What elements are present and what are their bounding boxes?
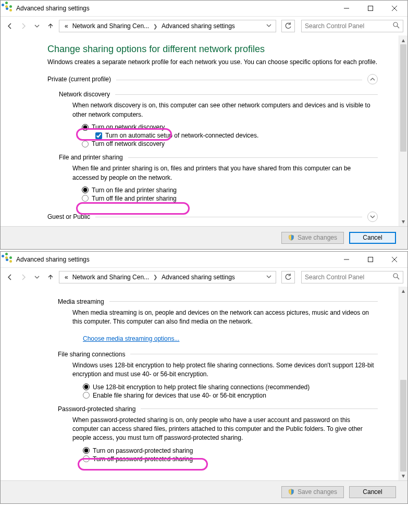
radio-label: Turn off network discovery <box>92 140 165 147</box>
scroll-thumb[interactable] <box>400 380 406 472</box>
save-button[interactable]: Save changes <box>281 232 344 244</box>
profile-guest-row[interactable]: Guest or Public <box>47 212 378 222</box>
radio-input[interactable] <box>82 195 89 202</box>
profile-private-row[interactable]: Private (current profile) <box>47 74 378 84</box>
window-2: Advanced sharing settings <box>0 251 408 504</box>
forward-button[interactable] <box>18 21 29 31</box>
page-subtitle: Windows creates a separate network profi… <box>47 58 378 67</box>
radio-pps-off[interactable]: Turn off password-protected sharing <box>83 455 378 463</box>
radio-label: Enable file sharing for devices that use… <box>93 392 266 399</box>
network-discovery-desc: When network discovery is on, this compu… <box>72 101 378 119</box>
checkbox-input[interactable] <box>95 132 102 139</box>
save-label: Save changes <box>298 234 337 241</box>
address-dropdown-icon[interactable] <box>264 274 274 281</box>
scroll-up-icon[interactable]: ▴ <box>399 287 407 295</box>
refresh-button[interactable] <box>281 20 295 32</box>
maximize-button[interactable] <box>358 1 382 16</box>
search-icon <box>393 273 400 281</box>
section-file-printer-sharing: File and printer sharing <box>59 154 378 161</box>
search-input[interactable]: Search Control Panel <box>301 20 403 32</box>
cancel-button[interactable]: Cancel <box>349 232 396 244</box>
radio-label: Turn off file and printer sharing <box>92 195 177 202</box>
up-button[interactable] <box>45 21 56 31</box>
radio-input[interactable] <box>83 392 90 399</box>
address-bar[interactable]: « Network and Sharing Cen... ❯ Advanced … <box>59 271 276 283</box>
cancel-label: Cancel <box>363 488 382 496</box>
scroll-track[interactable] <box>399 44 407 217</box>
radio-fps-on[interactable]: Turn on file and printer sharing <box>82 187 378 194</box>
svg-line-11 <box>397 277 399 279</box>
save-button[interactable]: Save changes <box>281 486 344 498</box>
section-network-discovery: Network discovery <box>59 91 378 98</box>
checkbox-label: Turn on automatic setup of network-conne… <box>105 132 258 139</box>
radio-netdisc-on[interactable]: Turn on network discovery <box>82 123 378 131</box>
section-label: Password-protected sharing <box>58 405 135 413</box>
section-label: Media streaming <box>58 298 104 305</box>
close-button[interactable] <box>382 252 406 267</box>
vertical-scrollbar[interactable]: ▴ ▾ <box>399 287 407 480</box>
footer-bar: Save changes Cancel <box>1 226 407 249</box>
scroll-thumb[interactable] <box>400 44 406 152</box>
minimize-button[interactable] <box>335 252 358 267</box>
section-label: File and printer sharing <box>59 154 123 161</box>
radio-input[interactable] <box>83 447 90 454</box>
crumb-current[interactable]: Advanced sharing settings <box>160 22 236 30</box>
chevron-down-icon[interactable] <box>367 212 378 222</box>
radio-input[interactable] <box>82 124 89 131</box>
vertical-scrollbar[interactable]: ▴ ▾ <box>399 35 407 226</box>
crumb-back[interactable]: « <box>64 22 69 30</box>
checkbox-auto-setup[interactable]: Turn on automatic setup of network-conne… <box>95 132 378 139</box>
profile-guest-label: Guest or Public <box>47 213 90 220</box>
section-password-protected-sharing: Password-protected sharing <box>58 405 378 413</box>
divider <box>130 354 378 354</box>
radio-pps-on[interactable]: Turn on password-protected sharing <box>83 447 378 454</box>
window-controls <box>335 252 406 267</box>
svg-line-5 <box>397 26 399 28</box>
maximize-button[interactable] <box>358 252 382 267</box>
titlebar: Advanced sharing settings <box>1 252 407 267</box>
content-area: Media streaming When media streaming is … <box>1 287 407 480</box>
radio-input[interactable] <box>82 141 89 147</box>
radio-input[interactable] <box>83 383 90 390</box>
content-area: Change sharing options for different net… <box>1 35 407 226</box>
scroll-down-icon[interactable]: ▾ <box>399 217 407 226</box>
crumb-current[interactable]: Advanced sharing settings <box>160 274 236 281</box>
section-media-streaming: Media streaming <box>58 298 378 305</box>
chevron-up-icon[interactable] <box>367 74 378 84</box>
radio-netdisc-off[interactable]: Turn off network discovery <box>82 140 378 147</box>
svg-rect-1 <box>368 6 373 11</box>
address-bar[interactable]: « Network and Sharing Cen... ❯ Advanced … <box>59 20 276 32</box>
section-file-sharing-connections: File sharing connections <box>58 351 378 358</box>
radio-fps-off[interactable]: Turn off file and printer sharing <box>82 195 378 202</box>
window-title: Advanced sharing settings <box>16 5 90 12</box>
divider <box>109 301 378 302</box>
cancel-button[interactable]: Cancel <box>349 486 396 498</box>
svg-point-4 <box>393 22 398 27</box>
radio-enc-128[interactable]: Use 128-bit encryption to help protect f… <box>83 383 378 391</box>
radio-input[interactable] <box>82 187 89 193</box>
search-input[interactable]: Search Control Panel <box>301 271 403 283</box>
search-placeholder: Search Control Panel <box>305 274 393 281</box>
up-button[interactable] <box>45 272 56 282</box>
recent-dropdown[interactable] <box>32 272 42 282</box>
cancel-label: Cancel <box>363 234 382 241</box>
scroll-up-icon[interactable]: ▴ <box>399 35 407 44</box>
address-dropdown-icon[interactable] <box>264 22 274 30</box>
radio-label: Turn off password-protected sharing <box>93 455 193 463</box>
scroll-down-icon[interactable]: ▾ <box>399 472 407 480</box>
recent-dropdown[interactable] <box>32 21 42 31</box>
minimize-button[interactable] <box>335 1 358 16</box>
media-streaming-link[interactable]: Choose media streaming options... <box>83 335 179 342</box>
crumb-parent[interactable]: Network and Sharing Cen... <box>71 22 150 30</box>
crumb-parent[interactable]: Network and Sharing Cen... <box>71 274 150 281</box>
nav-bar: « Network and Sharing Cen... ❯ Advanced … <box>1 267 407 287</box>
back-button[interactable] <box>5 272 15 282</box>
refresh-button[interactable] <box>281 271 295 283</box>
scroll-track[interactable] <box>399 295 407 472</box>
close-button[interactable] <box>382 1 406 16</box>
radio-input[interactable] <box>83 455 90 462</box>
radio-enc-40-56[interactable]: Enable file sharing for devices that use… <box>83 392 378 399</box>
forward-button[interactable] <box>18 272 29 282</box>
back-button[interactable] <box>5 21 15 31</box>
crumb-back[interactable]: « <box>64 274 69 281</box>
